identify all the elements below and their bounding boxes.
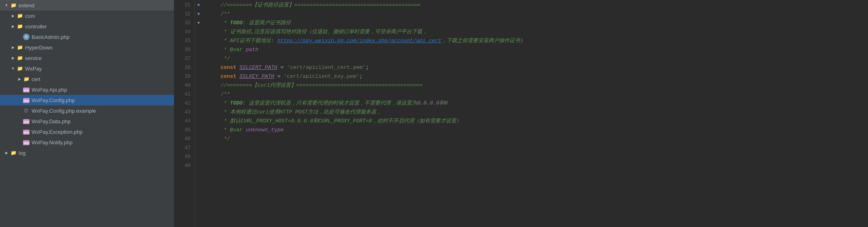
php-icon-wxpay-config: php xyxy=(23,97,30,103)
tree-item-wxpay-api[interactable]: php WxPay.Api.php xyxy=(0,84,174,95)
fold-icon-39[interactable]: ▼ xyxy=(195,10,202,19)
php-icon-wxpay-api: php xyxy=(23,87,30,93)
php-c-icon-basicadmin: C xyxy=(23,34,30,40)
folder-icon-extend: 📁 xyxy=(10,2,17,8)
tree-item-extend[interactable]: ▼ 📁 extend xyxy=(0,0,174,11)
tree-item-basicadmin[interactable]: C BasicAdmin.php xyxy=(0,32,174,42)
tree-item-wxpay-notify[interactable]: php WxPay.Notify.php xyxy=(0,137,174,148)
tree-label-log: log xyxy=(19,150,174,156)
fold-icon-34[interactable]: ▼ xyxy=(195,1,202,10)
folder-icon-com: 📁 xyxy=(16,13,23,19)
folder-icon-cert: 📁 xyxy=(23,76,30,82)
code-line-33: //========【证书路径设置】======================… xyxy=(208,1,868,10)
tree-label-com: com xyxy=(25,13,174,19)
file-icon-wxpay-config-example: 🗋 xyxy=(23,108,30,114)
tree-label-extend: extend xyxy=(19,2,174,9)
tree-label-wxpay-notify: WxPay.Notify.php xyxy=(32,139,174,146)
code-line-48: * @var unknown_type xyxy=(208,126,868,135)
tree-arrow-com: ▶ xyxy=(10,14,16,18)
tree-label-wxpay: WxPay xyxy=(25,66,174,72)
tree-item-wxpay-config[interactable]: php WxPay.Config.php xyxy=(0,95,174,105)
tree-item-wxpay-config-example[interactable]: 🗋 WxPay.Config.php.example xyxy=(0,105,174,116)
tree-item-log[interactable]: ▶ 📁 log xyxy=(0,148,174,158)
tree-arrow-log: ▶ xyxy=(3,151,10,155)
fold-icon-44[interactable]: ▼ xyxy=(195,19,202,28)
folder-icon-wxpay: 📁 xyxy=(16,66,23,71)
tree-label-service: service xyxy=(25,55,174,61)
tree-label-wxpay-config: WxPay.Config.php xyxy=(32,97,174,103)
tree-arrow-controller: ▶ xyxy=(10,24,16,28)
tree-label-controller: controller xyxy=(25,24,174,30)
tree-label-cert: cert xyxy=(32,76,174,82)
code-line-46: * 本例程通过curl使用HTTP POST方法，此处可修改代理服务器， xyxy=(208,108,868,117)
php-icon-wxpay-data: php xyxy=(23,118,30,124)
code-line-35: * TODO: 设置商户证书路径 xyxy=(208,19,868,28)
tree-item-service[interactable]: ▶ 📁 service xyxy=(0,53,174,63)
tree-item-hyperdown[interactable]: ▶ 📁 HyperDown xyxy=(0,42,174,53)
tree-label-hyperdown: HyperDown xyxy=(25,45,174,51)
line-numbers: 31 32 33 34 35 36 37 38 39 40 41 42 43 4… xyxy=(174,0,195,227)
tree-label-wxpay-exception: WxPay.Exception.php xyxy=(32,129,174,135)
tree-item-cert[interactable]: ▶ 📁 cert xyxy=(0,74,174,84)
code-line-44: /** xyxy=(208,90,868,99)
code-line-43: //========【curl代理设置】====================… xyxy=(208,81,868,90)
tree-arrow-wxpay: ▼ xyxy=(10,66,16,71)
tree-item-com[interactable]: ▶ 📁 com xyxy=(0,11,174,21)
code-line-45: * TODO: 这里设置代理机器，只有需要代理的时候才设置，不需要代理，请设置为… xyxy=(208,99,868,108)
php-icon-wxpay-notify: php xyxy=(23,139,30,146)
editor-gutter: ▼ ▼ ▼ xyxy=(195,0,202,227)
code-line-37: * API证书下载地址: https://pay.weixin.qq.com/i… xyxy=(208,36,868,45)
tree-label-wxpay-data: WxPay.Data.php xyxy=(32,118,174,124)
tree-arrow-hyperdown: ▶ xyxy=(10,45,16,49)
tree-label-wxpay-api: WxPay.Api.php xyxy=(32,87,174,93)
tree-arrow-service: ▶ xyxy=(10,56,16,60)
code-line-41: const SSLKEY_PATH = 'cert/apiclient_key.… xyxy=(208,72,868,81)
tree-label-basicadmin: BasicAdmin.php xyxy=(32,34,174,40)
folder-icon-controller: 📁 xyxy=(16,24,23,29)
tree-label-wxpay-config-example: WxPay.Config.php.example xyxy=(32,108,174,114)
tree-item-controller[interactable]: ▶ 📁 controller xyxy=(0,21,174,32)
tree-item-wxpay-data[interactable]: php WxPay.Data.php xyxy=(0,116,174,126)
code-line-36: * 证书路径,注意应该填写绝对路径（仅退款、撤销订单时需要，可登录商户平台下载， xyxy=(208,28,868,36)
code-content: //========【证书路径设置】======================… xyxy=(202,0,868,227)
code-line-34: /** xyxy=(208,10,868,19)
folder-icon-service: 📁 xyxy=(16,55,23,61)
code-line-40: const SSLCERT_PATH = 'cert/apiclient_cer… xyxy=(208,63,868,72)
code-line-39: */ xyxy=(208,54,868,63)
tree-item-wxpay-exception[interactable]: php WxPay.Exception.php xyxy=(0,126,174,137)
folder-icon-hyperdown: 📁 xyxy=(16,45,23,50)
code-line-38: * @var path xyxy=(208,45,868,54)
code-line-49: */ xyxy=(208,135,868,143)
tree-arrow-extend: ▼ xyxy=(3,3,10,7)
code-line-47: * 默认CURL_PROXY_HOST=0.0.0.0和CURL_PROXY_P… xyxy=(208,117,868,126)
php-icon-wxpay-exception: php xyxy=(23,129,30,135)
file-tree: ▼ 📁 extend ▶ 📁 com ▶ 📁 controller C Basi… xyxy=(0,0,174,227)
folder-icon-log: 📁 xyxy=(10,150,17,156)
code-editor: 31 32 33 34 35 36 37 38 39 40 41 42 43 4… xyxy=(174,0,868,227)
tree-arrow-cert: ▶ xyxy=(16,77,23,81)
tree-item-wxpay[interactable]: ▼ 📁 WxPay xyxy=(0,63,174,74)
